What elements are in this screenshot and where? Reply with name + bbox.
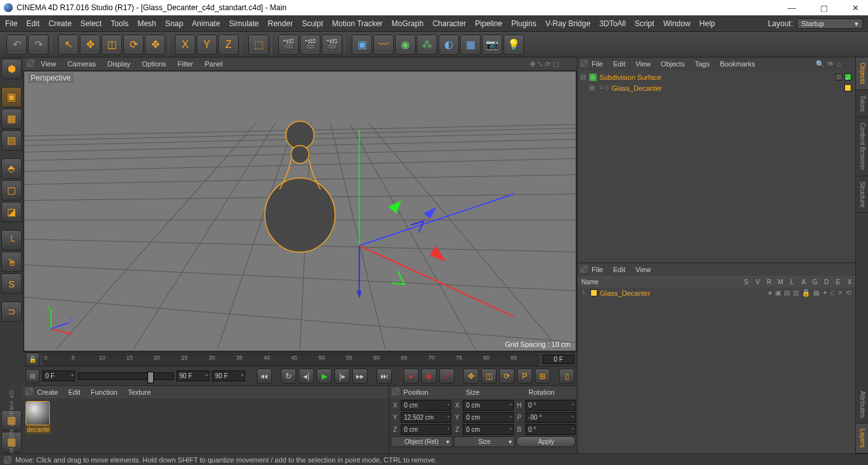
tweak-button[interactable]: 🖱 <box>1 252 22 272</box>
menu-sculpt[interactable]: Sculpt <box>302 19 323 28</box>
attr-col-l[interactable]: L <box>786 278 798 286</box>
param-key-button[interactable]: P <box>517 369 532 384</box>
autokey-button[interactable]: ◉ <box>421 369 437 384</box>
home-icon[interactable]: ⌂ <box>837 60 841 68</box>
attr-col-a[interactable]: A <box>798 278 809 286</box>
rotate-tool[interactable]: ⟳ <box>123 34 144 55</box>
menu-pipeline[interactable]: Pipeline <box>475 19 502 28</box>
go-start-button[interactable]: ⏮ <box>257 369 272 384</box>
record-button[interactable]: ● <box>403 369 419 384</box>
obj-menu-bookmarks[interactable]: Bookmarks <box>720 60 755 68</box>
tree-row-mesh[interactable]: ⊞ └ᴸ☉ Glass_Decanter <box>579 82 854 93</box>
vp-menu-display[interactable]: Display <box>107 60 130 68</box>
position-field[interactable]: 12.502 cm <box>401 412 451 423</box>
menu-character[interactable]: Character <box>433 19 467 28</box>
attr-col-m[interactable]: M <box>775 278 786 286</box>
mat-menu-edit[interactable]: Edit <box>68 388 80 396</box>
render-view-button[interactable]: 🎬 <box>278 34 299 55</box>
position-field[interactable]: 0 cm <box>401 424 451 435</box>
vp-menu-cameras[interactable]: Cameras <box>68 60 96 68</box>
pos-key-button[interactable]: ✥ <box>463 369 479 384</box>
menu-plugins[interactable]: Plugins <box>511 19 536 28</box>
menu-mograph[interactable]: MoGraph <box>392 19 424 28</box>
attr-flag-icon[interactable]: ● <box>768 289 772 297</box>
scale-key-button[interactable]: ◫ <box>481 369 497 384</box>
attr-flag-icon[interactable]: ⎌ <box>830 289 835 297</box>
add-deformer-button[interactable]: ◐ <box>438 34 459 55</box>
vp-menu-options[interactable]: Options <box>142 60 166 68</box>
rotation-field[interactable]: 0 ° <box>525 400 576 411</box>
size-field[interactable]: 0 cm <box>463 424 513 435</box>
polygons-mode-button[interactable]: ◪ <box>1 202 22 222</box>
add-generator-button[interactable]: ◉ <box>395 34 415 55</box>
menu-edit[interactable]: Edit <box>26 19 40 28</box>
side-tab-takes[interactable]: Takes <box>856 90 868 118</box>
attr-flag-icon[interactable]: ⟲ <box>846 289 851 297</box>
snap-button[interactable]: S <box>1 273 22 294</box>
add-camera-button[interactable]: 📷 <box>482 34 502 55</box>
menu-snap[interactable]: Snap <box>165 19 183 28</box>
menu-select[interactable]: Select <box>80 19 101 28</box>
y-axis-button[interactable]: Y <box>197 34 217 55</box>
vp-menu-panel[interactable]: Panel <box>205 60 223 68</box>
prev-frame-button[interactable]: ◂| <box>299 369 314 384</box>
redo-button[interactable]: ↷ <box>28 34 49 55</box>
pla-key-button[interactable]: ⊞ <box>535 369 550 384</box>
timeline-ruler[interactable]: 051015202530354045505560657075808590 <box>43 354 539 365</box>
obj-menu-view[interactable]: View <box>636 60 651 68</box>
attr-menu-view[interactable]: View <box>636 266 651 273</box>
coord-mode-dropdown[interactable]: Object (Rel) <box>391 436 453 447</box>
add-spline-button[interactable]: 〰 <box>373 34 394 55</box>
menu-script[interactable]: Script <box>634 19 654 28</box>
side-tab-objects[interactable]: Objects <box>856 57 868 90</box>
material-tag-icon[interactable] <box>844 84 851 91</box>
attr-flag-icon[interactable]: ▣ <box>775 289 781 297</box>
enable-tag-icon[interactable]: ✓ <box>844 73 851 80</box>
end-frame-field[interactable]: 90 F <box>176 370 209 381</box>
size-field[interactable]: 0 cm <box>463 400 513 411</box>
loop-button[interactable]: ↻ <box>281 369 296 384</box>
end-frame-field-2[interactable]: 90 F <box>212 370 245 381</box>
menu-motion-tracker[interactable]: Motion Tracker <box>332 19 382 28</box>
select-tool[interactable]: ↖ <box>58 34 79 55</box>
move-tool[interactable]: ✥ <box>80 34 100 55</box>
layer-color-icon[interactable] <box>590 289 597 296</box>
render-region-button[interactable]: 🎬 <box>300 34 320 55</box>
menu-simulate[interactable]: Simulate <box>229 19 259 28</box>
play-button[interactable]: ▶ <box>317 369 332 384</box>
attr-col-e[interactable]: E <box>832 278 844 286</box>
attr-col-s[interactable]: S <box>740 278 752 286</box>
menu-render[interactable]: Render <box>268 19 293 28</box>
attr-menu-file[interactable]: File <box>592 266 603 273</box>
attr-flag-icon[interactable]: ⨯ <box>837 289 843 297</box>
search-icon[interactable]: 🔍 <box>816 60 825 68</box>
z-axis-button[interactable]: Z <box>218 34 239 55</box>
menu-animate[interactable]: Animate <box>192 19 220 28</box>
add-array-button[interactable]: ⁂ <box>417 34 437 55</box>
side-tab-structure[interactable]: Structure <box>856 176 868 213</box>
menu-help[interactable]: Help <box>700 19 715 28</box>
layout-dropdown[interactable]: Startup <box>797 19 863 29</box>
menu-create[interactable]: Create <box>49 19 71 28</box>
magnet-button[interactable]: ⊃ <box>1 301 22 322</box>
attr-row[interactable]: └ Glass_Decanter ● ▣ ▤ ▥ 🔒 ▦ ✦ ⎌ ⨯ <box>579 289 854 297</box>
menu-file[interactable]: File <box>5 19 17 28</box>
attr-flag-icon[interactable]: ▦ <box>813 289 819 297</box>
axis-button[interactable]: └ <box>1 230 22 250</box>
add-environment-button[interactable]: ▦ <box>460 34 481 55</box>
attr-menu-edit[interactable]: Edit <box>613 266 625 273</box>
edges-mode-button[interactable]: ▢ <box>1 180 22 201</box>
expand-icon[interactable]: ⊞ <box>588 84 595 92</box>
minimize-button[interactable]: — <box>782 3 801 13</box>
attr-flag-icon[interactable]: 🔒 <box>802 289 811 297</box>
vp-menu-filter[interactable]: Filter <box>177 60 193 68</box>
attr-col-g[interactable]: G <box>809 278 821 286</box>
next-frame-button[interactable]: |▸ <box>334 369 350 384</box>
tree-row-subdiv[interactable]: ⊟ Subdivision Surface ✓ <box>579 72 854 82</box>
last-tool[interactable]: ✥ <box>145 34 165 55</box>
workplane-button[interactable]: ▤ <box>1 130 22 151</box>
add-light-button[interactable]: 💡 <box>504 34 524 55</box>
attr-col-v[interactable]: V <box>752 278 763 286</box>
scale-tool[interactable]: ◫ <box>101 34 122 55</box>
apply-button[interactable]: Apply <box>516 436 576 447</box>
